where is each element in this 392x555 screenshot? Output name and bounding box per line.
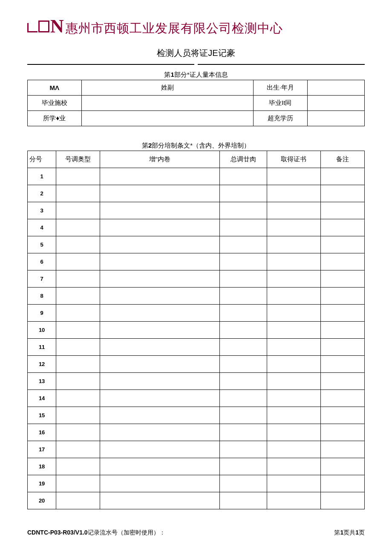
table-cell	[267, 236, 321, 253]
table-cell	[321, 219, 365, 236]
section2-title-num: 2	[148, 142, 152, 149]
table-row: 毕业施校 毕业It同	[28, 96, 365, 111]
table-cell	[267, 424, 321, 441]
table-cell	[219, 270, 267, 288]
row-number: 6	[28, 253, 56, 270]
field-value	[81, 96, 253, 111]
footer-left: CDNTC-P03-R03/V1.0记录流水号（加密时使用）：	[27, 529, 165, 537]
row-number: 5	[28, 236, 56, 253]
row-number: 14	[28, 390, 56, 407]
table-cell	[219, 168, 267, 185]
section2-title: 第2部分培制条文*（含内、外界培制）	[27, 142, 365, 150]
table-cell	[100, 270, 220, 288]
table-cell	[100, 407, 220, 424]
col-header-cert: 取得证书	[267, 151, 321, 168]
table-cell	[321, 373, 365, 390]
table-cell	[100, 424, 220, 441]
table-row: 18	[28, 458, 365, 475]
field-value	[307, 111, 364, 126]
table-cell	[100, 253, 220, 270]
table-cell	[267, 322, 321, 339]
table-cell	[321, 407, 365, 424]
table-cell	[56, 407, 100, 424]
page-title: 检测人员将证JE记豪	[27, 47, 365, 61]
table-cell	[100, 305, 220, 322]
table-cell	[321, 424, 365, 441]
table-cell	[219, 356, 267, 373]
table-cell	[219, 202, 267, 219]
field-label: 毕业施校	[28, 96, 82, 111]
table-cell	[219, 424, 267, 441]
table-cell	[267, 219, 321, 236]
table-row: 2	[28, 185, 365, 202]
table-cell	[100, 168, 220, 185]
table-cell	[56, 185, 100, 202]
row-number: 8	[28, 288, 56, 305]
col-header-remark: 备注	[321, 151, 365, 168]
table-cell	[267, 253, 321, 270]
table-row: 20	[28, 492, 365, 509]
table-cell	[321, 475, 365, 492]
table-cell	[56, 168, 100, 185]
table-cell	[100, 322, 220, 339]
table-row: 7	[28, 270, 365, 288]
row-number: 2	[28, 185, 56, 202]
section1-title-num: 1	[170, 71, 174, 78]
table-row: 15	[28, 407, 365, 424]
table-cell	[267, 305, 321, 322]
table-row: 14	[28, 390, 365, 407]
field-value	[81, 111, 253, 126]
col-header-content: 增“内卷	[100, 151, 220, 168]
table-row: 12	[28, 356, 365, 373]
document-header: N 惠州市西顿工业发展有限公司检测中心	[27, 17, 365, 37]
table-cell	[100, 441, 220, 458]
field-label: 超充学历	[253, 111, 307, 126]
table-cell	[56, 339, 100, 356]
col-header-total: 总调廿肉	[219, 151, 267, 168]
table-cell	[267, 407, 321, 424]
row-number: 18	[28, 458, 56, 475]
basic-info-table: MΛ 姓副 出生·年月 毕业施校 毕业It同 所学♦业 超充学历	[27, 80, 365, 126]
table-cell	[56, 253, 100, 270]
table-cell	[321, 356, 365, 373]
table-cell	[100, 185, 220, 202]
table-header-row: 分号 号调奥型 增“内卷 总调廿肉 取得证书 备注	[28, 151, 365, 168]
table-row: 10	[28, 322, 365, 339]
table-row: 5	[28, 236, 365, 253]
table-cell	[219, 390, 267, 407]
table-cell	[267, 458, 321, 475]
table-cell	[219, 236, 267, 253]
logo-mark-icon	[27, 20, 49, 33]
document-code: CDNTC-P03-R03/V1.0	[27, 529, 88, 536]
table-cell	[321, 390, 365, 407]
field-label: 所学♦业	[28, 111, 82, 126]
table-cell	[219, 219, 267, 236]
table-cell	[100, 339, 220, 356]
row-number: 19	[28, 475, 56, 492]
table-row: 16	[28, 424, 365, 441]
row-number: 16	[28, 424, 56, 441]
table-cell	[56, 424, 100, 441]
table-cell	[267, 185, 321, 202]
table-cell	[219, 373, 267, 390]
table-row: 13	[28, 373, 365, 390]
table-row: 6	[28, 253, 365, 270]
row-number: 1	[28, 168, 56, 185]
table-cell	[219, 185, 267, 202]
table-cell	[267, 339, 321, 356]
table-cell	[56, 322, 100, 339]
row-number: 11	[28, 339, 56, 356]
table-cell	[321, 185, 365, 202]
table-cell	[219, 322, 267, 339]
title-underline	[27, 64, 365, 65]
table-cell	[267, 202, 321, 219]
section2-title-prefix: 第	[142, 142, 148, 149]
table-cell	[56, 373, 100, 390]
field-label: 姓副	[81, 80, 253, 96]
table-cell	[267, 288, 321, 305]
table-row: 17	[28, 441, 365, 458]
field-label: 出生·年月	[253, 80, 307, 96]
field-value	[307, 96, 364, 111]
section2-title-suffix: 部分培制条文*（含内、外界培制）	[152, 142, 250, 149]
section1-title-suffix: 部分*证人量本信息	[174, 71, 228, 78]
